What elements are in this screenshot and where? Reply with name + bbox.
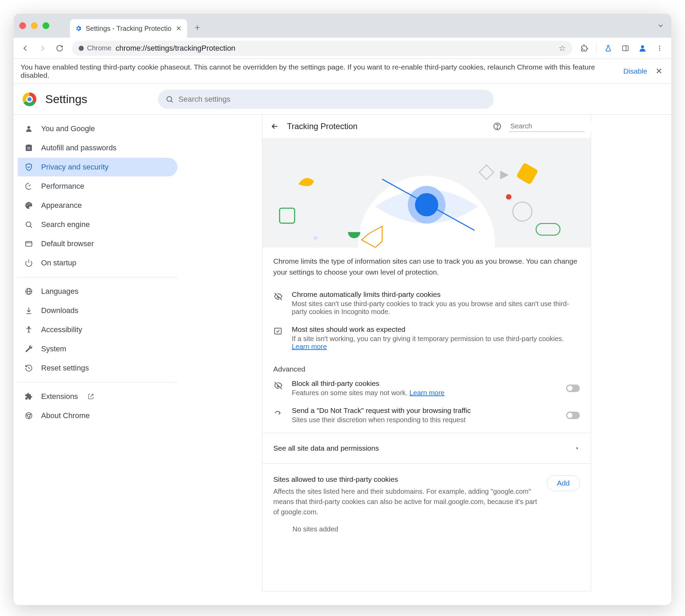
- svg-rect-38: [279, 208, 294, 223]
- svg-rect-47: [274, 328, 281, 334]
- info-row-should-work: Most sites should work as expected If a …: [262, 320, 591, 355]
- external-link-icon: [88, 393, 94, 400]
- shield-icon: [24, 162, 34, 172]
- svg-point-16: [26, 222, 31, 227]
- search-icon: [166, 95, 174, 103]
- divider: [262, 433, 591, 433]
- profile-button[interactable]: [635, 41, 650, 56]
- clipboard-icon: [24, 143, 34, 153]
- svg-point-4: [659, 46, 660, 47]
- svg-point-6: [659, 50, 660, 51]
- in-page-search[interactable]: [509, 121, 585, 132]
- sidebar-item-about-chrome[interactable]: About Chrome: [18, 406, 178, 425]
- settings-body: You and Google Autofill and passwords Pr…: [14, 115, 671, 605]
- svg-point-7: [167, 97, 172, 101]
- svg-rect-41: [516, 162, 538, 185]
- add-site-button[interactable]: Add: [547, 475, 579, 491]
- svg-rect-42: [479, 165, 493, 179]
- settings-search-field[interactable]: [158, 90, 494, 109]
- sidebar-item-accessibility[interactable]: Accessibility: [18, 320, 178, 339]
- see-all-site-data-row[interactable]: See all site data and permissions: [262, 437, 591, 459]
- chevron-right-icon: [575, 446, 580, 451]
- minimize-window-button[interactable]: [31, 22, 38, 29]
- separator: [596, 43, 597, 53]
- sidebar-item-system[interactable]: System: [18, 340, 178, 358]
- site-identity-chip[interactable]: Chrome: [78, 44, 111, 52]
- svg-line-17: [30, 226, 32, 228]
- learn-more-link[interactable]: Learn more: [292, 343, 327, 350]
- tab-overflow-button[interactable]: [657, 22, 664, 29]
- close-tab-button[interactable]: ✕: [175, 25, 182, 32]
- row-title: Block all third-party cookies: [292, 379, 445, 388]
- sidebar-item-label: System: [41, 344, 66, 353]
- settings-search-input[interactable]: [179, 95, 486, 104]
- sidebar-item-you-and-google[interactable]: You and Google: [18, 120, 178, 138]
- sidebar-item-extensions[interactable]: Extensions: [18, 387, 178, 406]
- sidebar-item-label: Reset settings: [41, 364, 89, 373]
- back-arrow-button[interactable]: [269, 120, 281, 133]
- svg-point-3: [641, 45, 644, 48]
- sidebar-item-on-startup[interactable]: On startup: [18, 254, 178, 272]
- toggle-row-dnt[interactable]: Send a "Do Not Track" request with your …: [262, 402, 591, 429]
- sidebar-item-privacy[interactable]: Privacy and security: [18, 158, 178, 176]
- sidebar-item-languages[interactable]: Languages: [18, 282, 178, 301]
- eye-off-icon: [273, 290, 284, 301]
- settings-header: Settings: [14, 84, 671, 115]
- learn-more-link[interactable]: Learn more: [409, 389, 444, 397]
- info-bar-close-button[interactable]: ✕: [653, 66, 664, 76]
- page-title: Tracking Protection: [287, 122, 358, 131]
- settings-title: Settings: [45, 92, 87, 106]
- chrome-logo-icon: [23, 92, 36, 106]
- side-panel-button[interactable]: [618, 41, 633, 56]
- row-label: See all site data and permissions: [273, 444, 379, 452]
- toggle-row-block-all[interactable]: Block all third-party cookies Features o…: [262, 375, 591, 402]
- sidebar-item-reset[interactable]: Reset settings: [18, 359, 178, 377]
- browser-window-icon: [24, 239, 34, 249]
- row-title: Send a "Do Not Track" request with your …: [292, 406, 471, 415]
- svg-rect-46: [536, 224, 560, 235]
- toggle-do-not-track[interactable]: [566, 412, 580, 419]
- address-bar[interactable]: Chrome chrome://settings/trackingProtect…: [72, 41, 572, 56]
- reload-button[interactable]: [52, 41, 67, 56]
- menu-button[interactable]: [652, 41, 667, 56]
- allow-desc: Affects the sites listed here and their …: [273, 486, 539, 517]
- browser-tab[interactable]: Settings - Tracking Protectio ✕: [70, 19, 187, 38]
- svg-marker-43: [500, 171, 509, 179]
- checkbox-checked-icon: [273, 325, 284, 336]
- sidebar-item-performance[interactable]: Performance: [18, 177, 178, 196]
- sidebar-item-downloads[interactable]: Downloads: [18, 301, 178, 320]
- search-icon: [24, 220, 34, 229]
- forward-button[interactable]: [35, 41, 50, 56]
- info-bar-disable-link[interactable]: Disable: [623, 67, 647, 75]
- labs-button[interactable]: [601, 41, 616, 56]
- eye-off-icon: [273, 379, 284, 390]
- arrow-forward-icon: [273, 406, 284, 417]
- sidebar-item-autofill[interactable]: Autofill and passwords: [18, 139, 178, 157]
- svg-rect-18: [26, 241, 32, 246]
- sidebar-item-appearance[interactable]: Appearance: [18, 196, 178, 215]
- new-tab-button[interactable]: ＋: [191, 21, 204, 33]
- svg-point-15: [29, 204, 30, 205]
- extensions-button[interactable]: [577, 41, 592, 56]
- svg-rect-1: [623, 46, 628, 51]
- content-area: Tracking Protection: [182, 115, 671, 605]
- help-button[interactable]: [491, 121, 503, 132]
- svg-point-13: [27, 205, 28, 206]
- bookmark-star-icon[interactable]: ☆: [559, 43, 566, 53]
- sidebar-item-search-engine[interactable]: Search engine: [18, 215, 178, 234]
- sidebar-item-label: Default browser: [41, 239, 94, 248]
- in-page-search-input[interactable]: [509, 121, 599, 131]
- sidebar-separator: [18, 277, 178, 277]
- svg-point-31: [497, 128, 497, 128]
- close-window-button[interactable]: [19, 22, 26, 29]
- tracking-protection-card: Tracking Protection: [262, 115, 591, 591]
- sidebar-item-label: Downloads: [41, 306, 78, 315]
- maximize-window-button[interactable]: [42, 22, 49, 29]
- svg-point-36: [415, 193, 438, 216]
- browser-window: Settings - Tracking Protectio ✕ ＋ Chrome…: [14, 14, 671, 605]
- toggle-block-all-cookies[interactable]: [566, 385, 580, 392]
- no-sites-added-text: No sites added: [273, 517, 580, 536]
- svg-point-0: [79, 46, 84, 51]
- back-button[interactable]: [18, 41, 33, 56]
- sidebar-item-default-browser[interactable]: Default browser: [18, 235, 178, 253]
